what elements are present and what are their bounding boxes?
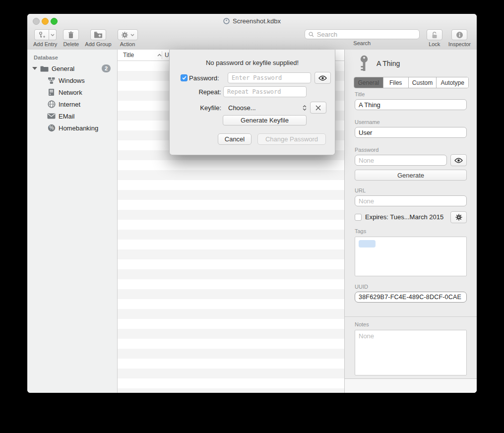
add-group-label: Add Group bbox=[85, 41, 111, 47]
sidebar: Database General 2 Windows Network bbox=[27, 50, 118, 393]
keyfile-popup[interactable]: Choose... bbox=[228, 104, 307, 112]
chevron-down-icon bbox=[51, 34, 55, 36]
tab-autotype[interactable]: Autotype bbox=[437, 77, 468, 88]
expires-row: Expires: Tues...March 2015 bbox=[355, 213, 443, 221]
generate-password-button[interactable]: Generate bbox=[355, 170, 467, 181]
sort-ascending-icon bbox=[157, 54, 162, 57]
clear-keyfile-button[interactable] bbox=[310, 102, 326, 114]
inspector-toggle-group: Inspector bbox=[448, 28, 471, 47]
stepper-icon bbox=[303, 105, 307, 111]
sidebar-item-email[interactable]: EMail bbox=[27, 110, 117, 122]
column-title-label: Title bbox=[123, 52, 134, 59]
sidebar-item-label: Homebanking bbox=[59, 124, 98, 132]
disclosure-triangle-icon[interactable] bbox=[32, 67, 37, 70]
inspector-panel: A Thing General Files Custom Autotype Ti… bbox=[345, 50, 477, 393]
sidebar-item-general[interactable]: General 2 bbox=[27, 62, 117, 74]
column-header-title[interactable]: Title bbox=[118, 52, 162, 59]
column-header-username[interactable]: U bbox=[162, 52, 169, 59]
app-window: Screenshot.kdbx Add Ent bbox=[27, 14, 477, 393]
folder-icon bbox=[40, 64, 49, 73]
inspector-tabs: General Files Custom Autotype bbox=[354, 77, 469, 88]
document-icon bbox=[223, 18, 230, 24]
svg-text:%: % bbox=[49, 125, 54, 130]
column-username-label: U bbox=[165, 52, 169, 59]
uuid-field[interactable] bbox=[355, 292, 467, 303]
toolbar: Add Entry Delete Add Group bbox=[27, 28, 477, 50]
dialog-password-label: Password: bbox=[189, 74, 227, 82]
tab-custom[interactable]: Custom bbox=[409, 77, 437, 88]
lock-button[interactable] bbox=[427, 29, 442, 40]
tags-label: Tags bbox=[355, 228, 366, 234]
url-field[interactable] bbox=[355, 195, 467, 206]
server-icon bbox=[47, 88, 56, 97]
sidebar-section-header: Database bbox=[27, 50, 117, 62]
key-plus-icon bbox=[38, 31, 46, 39]
add-group-button[interactable] bbox=[90, 29, 106, 40]
dialog-show-password-button[interactable] bbox=[315, 72, 331, 84]
info-icon bbox=[456, 31, 463, 39]
password-checkbox[interactable] bbox=[181, 74, 188, 81]
delete-label: Delete bbox=[63, 41, 79, 47]
inspector-footer bbox=[345, 378, 477, 393]
action-label: Action bbox=[120, 41, 135, 47]
gear-icon bbox=[455, 214, 462, 221]
tab-files[interactable]: Files bbox=[383, 77, 409, 88]
search-label: Search bbox=[353, 40, 371, 46]
notes-field[interactable] bbox=[355, 330, 467, 375]
expires-settings-button[interactable] bbox=[450, 211, 467, 223]
dialog-password-input[interactable] bbox=[228, 72, 311, 83]
search-field[interactable] bbox=[305, 29, 420, 39]
unlock-icon bbox=[431, 31, 438, 39]
dialog-repeat-label: Repeat: bbox=[170, 88, 221, 96]
lock-group: Lock bbox=[427, 28, 442, 47]
entry-title: A Thing bbox=[377, 60, 400, 67]
sidebar-item-label: General bbox=[52, 65, 74, 72]
sidebar-item-windows[interactable]: Windows bbox=[27, 74, 117, 86]
sidebar-item-internet[interactable]: Internet bbox=[27, 98, 117, 110]
delete-button[interactable] bbox=[63, 29, 79, 40]
add-entry-dropdown[interactable] bbox=[49, 29, 57, 40]
window-chrome: Screenshot.kdbx Add Ent bbox=[27, 14, 477, 50]
password-field[interactable] bbox=[355, 155, 447, 166]
sidebar-item-label: Internet bbox=[59, 101, 80, 108]
uuid-label: UUID bbox=[355, 284, 368, 290]
notes-label: Notes bbox=[355, 321, 369, 327]
sidebar-item-homebanking[interactable]: % Homebanking bbox=[27, 122, 117, 134]
dialog-keyfile-label: Keyfile: bbox=[170, 104, 221, 112]
search-group: Search bbox=[305, 28, 420, 46]
generate-keyfile-button[interactable]: Generate Keyfile bbox=[223, 115, 307, 125]
tab-general[interactable]: General bbox=[354, 77, 383, 88]
password-field-label: Password bbox=[355, 147, 378, 153]
title-field-label: Title bbox=[355, 91, 365, 97]
inspector-label: Inspector bbox=[448, 41, 471, 47]
cancel-button[interactable]: Cancel bbox=[218, 133, 252, 145]
title-field[interactable] bbox=[355, 99, 467, 110]
inspector-button[interactable] bbox=[451, 29, 467, 40]
sidebar-item-label: Network bbox=[59, 89, 82, 96]
expires-checkbox[interactable] bbox=[355, 214, 362, 221]
folder-plus-icon bbox=[94, 31, 103, 38]
trash-icon bbox=[67, 31, 74, 39]
search-input[interactable] bbox=[316, 30, 416, 39]
dialog-repeat-input[interactable] bbox=[223, 86, 307, 97]
change-password-button[interactable]: Change Password bbox=[257, 133, 326, 145]
sidebar-item-network[interactable]: Network bbox=[27, 86, 117, 98]
username-field[interactable] bbox=[355, 127, 467, 138]
action-button[interactable] bbox=[118, 29, 138, 40]
key-icon bbox=[359, 55, 370, 72]
sheet-warning-message: No password or keyfile supplied! bbox=[170, 59, 335, 66]
entry-count-badge: 2 bbox=[102, 64, 111, 72]
tags-box[interactable] bbox=[355, 237, 467, 276]
show-password-button[interactable] bbox=[450, 154, 467, 166]
add-group-group: Add Group bbox=[85, 28, 111, 47]
tag-pill[interactable] bbox=[359, 240, 376, 247]
expires-label: Expires: Tues...March 2015 bbox=[365, 213, 443, 221]
envelope-icon bbox=[47, 112, 56, 121]
url-field-label: URL bbox=[355, 187, 366, 193]
titlebar[interactable]: Screenshot.kdbx bbox=[27, 14, 477, 28]
eye-icon bbox=[454, 158, 463, 163]
percent-icon: % bbox=[47, 124, 56, 132]
add-entry-group: Add Entry bbox=[33, 28, 57, 47]
close-x-icon bbox=[315, 105, 321, 111]
add-entry-button[interactable] bbox=[34, 29, 49, 40]
